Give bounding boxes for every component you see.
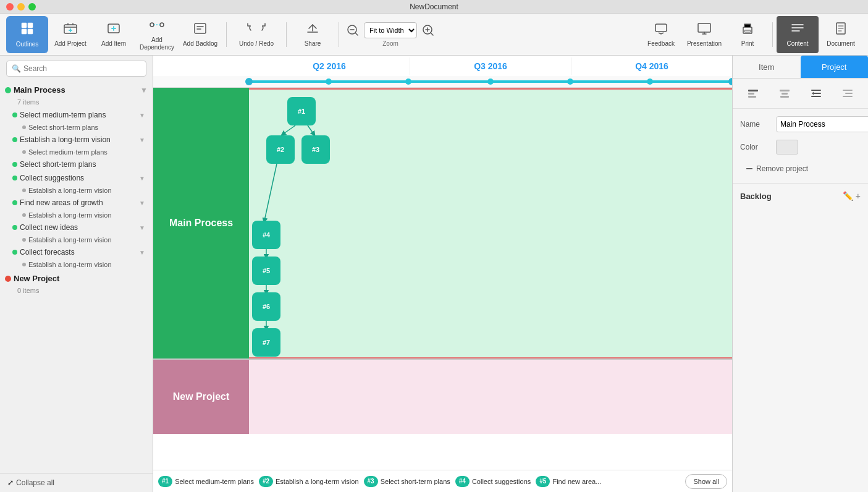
main-process-title: Main Process — [169, 218, 233, 229]
quarter-labels: Q2 2016 Q3 2016 Q4 2016 — [153, 56, 732, 76]
bottom-legend: #1 Select medium-term plans #2 Establish… — [153, 470, 732, 492]
project-header-new[interactable]: New Project — [0, 270, 153, 287]
center-area: Q2 2016 Q3 2016 Q4 2016 — [153, 56, 732, 492]
add-project-button[interactable]: Add Project — [49, 16, 91, 53]
search-icon: 🔍 — [12, 64, 21, 73]
sidebar-search: 🔍 — [0, 56, 153, 82]
sidebar-subitem-5[interactable]: Establish a long-term vision — [0, 234, 153, 245]
sidebar-item-collect-new-ideas[interactable]: Collect new ideas ▼ — [0, 221, 153, 234]
add-backlog-button[interactable]: Add Backlog — [179, 16, 221, 53]
color-picker[interactable] — [776, 140, 798, 155]
sidebar-subitem-4[interactable]: Establish a long-term vision — [0, 210, 153, 221]
add-project-label: Add Project — [54, 40, 86, 48]
svg-rect-12 — [698, 23, 710, 32]
outlines-button[interactable]: Outlines — [6, 16, 48, 53]
align-center-icon[interactable] — [775, 83, 794, 103]
sidebar-item-select-short[interactable]: Select short-term plans — [0, 158, 153, 171]
zoom-in-button[interactable] — [419, 22, 437, 39]
sidebar-subitem-2[interactable]: Select medium-term plans — [0, 146, 153, 158]
item-dot — [12, 137, 17, 142]
item-label: Establish a long-term vision — [20, 135, 137, 144]
feedback-button[interactable]: Feedback — [640, 16, 682, 53]
share-label: Share — [305, 40, 321, 48]
svg-rect-39 — [780, 90, 790, 91]
fullscreen-icon[interactable] — [28, 3, 36, 11]
legend-item-4: #4 Collect suggestions — [455, 476, 531, 487]
minimize-icon[interactable] — [17, 3, 25, 11]
svg-rect-1 — [28, 23, 33, 28]
print-label: Print — [741, 40, 754, 48]
presentation-label: Presentation — [687, 40, 722, 48]
close-icon[interactable] — [6, 3, 14, 11]
sidebar-subitem-6[interactable]: Establish a long-term vision — [0, 259, 153, 270]
gantt-svg: #1 #2 #3 — [249, 91, 732, 357]
tab-project[interactable]: Project — [801, 56, 869, 78]
add-item-button[interactable]: Add Item — [93, 16, 135, 53]
backlog-actions: ✏️ + — [843, 191, 861, 201]
main-process-label-col: Main Process — [153, 88, 249, 358]
sidebar-subitem-1[interactable]: Select short-term plans — [0, 122, 153, 133]
indent-icon[interactable] — [806, 83, 826, 103]
search-box[interactable]: 🔍 — [6, 61, 146, 77]
item-label: Collect forecasts — [20, 248, 137, 257]
sub-label: Establish a long-term vision — [28, 236, 112, 244]
panel-backlog: Backlog ✏️ + — [733, 183, 868, 213]
remove-project-label: Remove project — [756, 164, 808, 173]
form-name-label: Name — [740, 120, 771, 129]
svg-text:#7: #7 — [263, 339, 270, 346]
t-dot-2 — [405, 78, 411, 85]
align-left-icon[interactable] — [743, 83, 763, 103]
print-icon — [740, 22, 755, 39]
zoom-select[interactable]: Fit to Width — [364, 22, 417, 38]
window-title: NewDocument — [410, 2, 458, 11]
tab-item[interactable]: Item — [733, 56, 801, 78]
main-process-row: Main Process #1 — [153, 88, 732, 360]
svg-rect-36 — [748, 90, 758, 91]
backlog-add-button[interactable]: + — [856, 191, 861, 201]
sidebar-item-select-medium[interactable]: Select medium-term plans ▼ — [0, 108, 153, 122]
search-input[interactable] — [23, 64, 141, 73]
content-icon — [790, 22, 805, 39]
timeline-header: Q2 2016 Q3 2016 Q4 2016 — [153, 56, 732, 88]
share-button[interactable]: Share — [292, 16, 334, 53]
chevron-icon: ▼ — [139, 200, 145, 206]
svg-rect-11 — [655, 24, 667, 32]
sidebar-subitem-3[interactable]: Establish a long-term vision — [0, 185, 153, 196]
item-label: Find new areas of growth — [20, 198, 137, 207]
chevron-icon: ▼ — [139, 112, 145, 119]
toolbar-sep-2 — [286, 22, 287, 47]
svg-point-7 — [160, 23, 164, 27]
svg-text:#1: #1 — [298, 108, 305, 115]
sidebar-item-establish-long[interactable]: Establish a long-term vision ▼ — [0, 133, 153, 146]
content-button[interactable]: Content — [777, 16, 819, 53]
sub-label: Establish a long-term vision — [28, 211, 112, 219]
backlog-edit-button[interactable]: ✏️ — [843, 191, 853, 201]
sidebar: 🔍 Main Process ▼ 7 items Select medium-t… — [0, 56, 153, 492]
svg-text:#5: #5 — [263, 267, 270, 274]
outdent-icon[interactable] — [838, 83, 857, 103]
zoom-out-button[interactable] — [344, 22, 361, 39]
show-all-button[interactable]: Show all — [685, 474, 727, 489]
form-name-input[interactable] — [776, 116, 868, 132]
undo-redo-button[interactable]: Undo / Redo — [232, 16, 281, 53]
feedback-icon — [654, 22, 668, 39]
svg-text:#4: #4 — [263, 231, 271, 239]
project-header-main[interactable]: Main Process ▼ — [0, 82, 153, 98]
item-dot — [12, 176, 17, 180]
legend-label-1: Select medium-term plans — [175, 478, 254, 485]
sidebar-item-collect-suggestions[interactable]: Collect suggestions ▼ — [0, 171, 153, 185]
t-dot-5 — [647, 78, 653, 85]
new-project-gantt[interactable] — [249, 360, 732, 434]
svg-rect-38 — [748, 96, 756, 98]
t-dot-0 — [245, 78, 253, 85]
presentation-button[interactable]: Presentation — [683, 16, 725, 53]
sidebar-item-collect-forecasts[interactable]: Collect forecasts ▼ — [0, 245, 153, 259]
remove-project-button[interactable]: Remove project — [740, 162, 813, 176]
collapse-all-button[interactable]: ⤢ Collapse all — [0, 473, 153, 492]
sidebar-item-find-new[interactable]: Find new areas of growth ▼ — [0, 196, 153, 210]
presentation-icon — [697, 22, 712, 39]
print-button[interactable]: Print — [727, 16, 769, 53]
document-button[interactable]: Document — [820, 16, 862, 53]
main-process-gantt[interactable]: #1 #2 #3 — [249, 88, 732, 358]
add-dependency-button[interactable]: Add Dependency — [136, 16, 178, 53]
